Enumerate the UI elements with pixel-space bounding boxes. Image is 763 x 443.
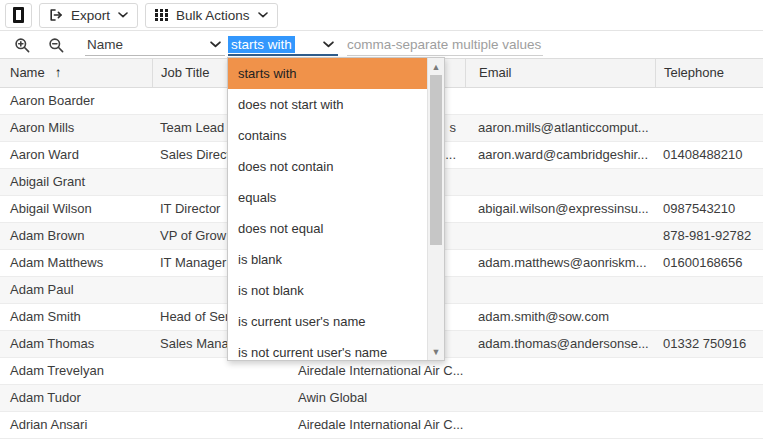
scroll-up-icon[interactable]: ▲: [428, 59, 444, 74]
cell-name: Aaron Boarder: [0, 88, 152, 114]
cell-telephone: [655, 277, 763, 303]
cell-email: abigail.wilson@expressinsu...: [465, 196, 655, 222]
cell-email: [465, 412, 655, 438]
cell-name: Adam Trevelyan: [0, 358, 152, 384]
cell-jobtitle: [152, 412, 290, 438]
filter-operator-value: starts with: [228, 36, 295, 53]
operator-dropdown-list: starts withdoes not start withcontainsdo…: [228, 58, 444, 361]
cell-email: adam.smith@sow.com: [465, 304, 655, 330]
cell-telephone: [655, 385, 763, 411]
table-row[interactable]: Adam TudorAwin Global: [0, 385, 763, 412]
scroll-down-icon[interactable]: ▼: [428, 344, 444, 359]
cell-name: Adam Thomas: [0, 331, 152, 357]
cell-telephone: [655, 358, 763, 384]
zoom-in-icon[interactable]: [14, 37, 31, 54]
cell-telephone: [655, 169, 763, 195]
operator-option[interactable]: equals: [228, 182, 427, 213]
operator-option[interactable]: contains: [228, 120, 427, 151]
cell-email: [465, 223, 655, 249]
operator-option[interactable]: does not equal: [228, 213, 427, 244]
toolbar: Export Bulk Actions: [0, 0, 763, 31]
filter-bar: Name starts with: [0, 31, 763, 58]
cell-email: aaron.mills@atlanticcomput...: [465, 115, 655, 141]
cell-telephone: 01332 750916: [655, 331, 763, 357]
filter-operator-select[interactable]: starts with: [228, 34, 338, 56]
cell-email: [465, 277, 655, 303]
cell-name: Aaron Mills: [0, 115, 152, 141]
cell-name: Adam Brown: [0, 223, 152, 249]
cell-email: [465, 169, 655, 195]
table-row[interactable]: Adrian AnsariAiredale International Air …: [0, 412, 763, 439]
bulk-actions-label: Bulk Actions: [176, 8, 250, 23]
column-header-telephone[interactable]: Telephone: [655, 59, 763, 87]
panel-toggle-button[interactable]: [5, 3, 32, 28]
column-header-email[interactable]: Email: [465, 59, 655, 87]
table-row[interactable]: Adam TrevelyanAiredale International Air…: [0, 358, 763, 385]
cell-organisation: Airedale International Air C...: [290, 358, 465, 384]
operator-option[interactable]: is current user's name: [228, 306, 427, 337]
chevron-down-icon: [118, 12, 128, 18]
cell-organisation: Airedale International Air C...: [290, 412, 465, 438]
chevron-down-icon: [258, 12, 268, 18]
cell-name: Adam Paul: [0, 277, 152, 303]
operator-option[interactable]: is not blank: [228, 275, 427, 306]
operator-dropdown: starts withdoes not start withcontainsdo…: [227, 57, 445, 361]
chevron-down-icon: [323, 41, 334, 48]
scrollbar-thumb[interactable]: [430, 75, 442, 245]
cell-email: [465, 88, 655, 114]
filter-field-value: Name: [87, 37, 123, 52]
dropdown-scrollbar[interactable]: ▲ ▼: [427, 58, 444, 360]
cell-telephone: [655, 304, 763, 330]
cell-email: [465, 385, 655, 411]
cell-name: Adam Matthews: [0, 250, 152, 276]
cell-telephone: [655, 88, 763, 114]
cell-email: aaron.ward@cambridgeshir...: [465, 142, 655, 168]
chevron-down-icon: [210, 41, 221, 48]
cell-email: [465, 358, 655, 384]
cell-telephone: [655, 412, 763, 438]
operator-option[interactable]: does not contain: [228, 151, 427, 182]
filter-field-select[interactable]: Name: [85, 34, 225, 56]
cell-name: Adrian Ansari: [0, 412, 152, 438]
cell-name: Adam Tudor: [0, 385, 152, 411]
zoom-out-icon[interactable]: [48, 37, 65, 54]
cell-organisation: Awin Global: [290, 385, 465, 411]
cell-jobtitle: [152, 358, 290, 384]
operator-option[interactable]: is not current user's name: [228, 337, 427, 361]
cell-telephone: 878-981-92782: [655, 223, 763, 249]
cell-telephone: 01408488210: [655, 142, 763, 168]
cell-name: Adam Smith: [0, 304, 152, 330]
sort-asc-icon: ↑: [55, 65, 62, 80]
column-header-name[interactable]: Name↑: [0, 59, 152, 87]
cell-email: adam.matthews@aonriskm...: [465, 250, 655, 276]
grid-icon: [155, 9, 168, 22]
panel-icon: [13, 7, 24, 23]
operator-option[interactable]: starts with: [228, 58, 427, 89]
export-icon: [49, 8, 63, 22]
operator-option[interactable]: is blank: [228, 244, 427, 275]
cell-email: adam.thomas@andersonse...: [465, 331, 655, 357]
filter-value-input[interactable]: [347, 34, 543, 56]
cell-name: Abigail Grant: [0, 169, 152, 195]
cell-name: Aaron Ward: [0, 142, 152, 168]
cell-name: Abigail Wilson: [0, 196, 152, 222]
bulk-actions-button[interactable]: Bulk Actions: [145, 3, 278, 28]
cell-telephone: 0987543210: [655, 196, 763, 222]
export-label: Export: [71, 8, 110, 23]
cell-telephone: [655, 115, 763, 141]
export-button[interactable]: Export: [39, 3, 138, 28]
cell-jobtitle: [152, 385, 290, 411]
operator-option[interactable]: does not start with: [228, 89, 427, 120]
cell-telephone: 01600168656: [655, 250, 763, 276]
